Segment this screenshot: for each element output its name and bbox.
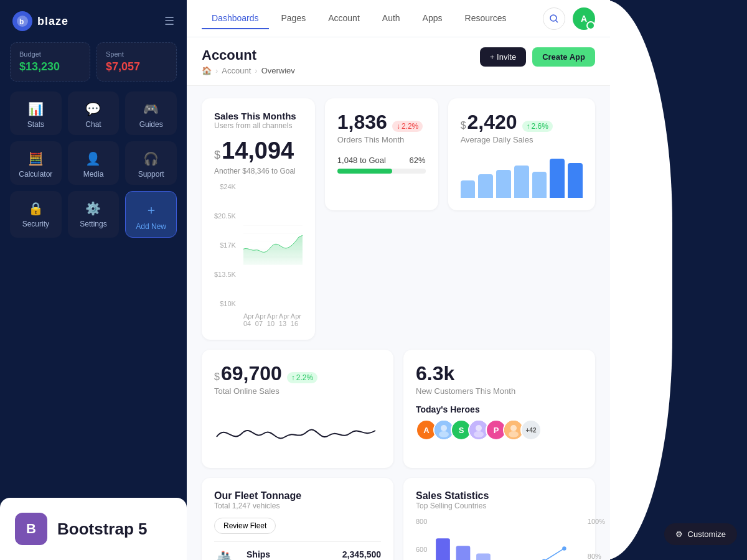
y-600: 600 (416, 546, 427, 553)
online-sales-row: $ 69,700 ↑ 2.2% (214, 362, 381, 385)
wavy-chart (214, 406, 381, 455)
page-title: Account (202, 47, 295, 63)
x-label-3: Apr 10 (267, 312, 279, 327)
second-row: $ 69,700 ↑ 2.2% Total Online Sales (202, 350, 595, 468)
add-new-icon: ＋ (145, 202, 157, 218)
bar-6 (550, 159, 565, 198)
svg-rect-20 (476, 554, 491, 560)
stats-y-labels: 800 600 400 200 (416, 518, 427, 560)
breadcrumb-account: Account (222, 66, 251, 75)
sales-amount: 14,094 (222, 138, 294, 164)
customize-button[interactable]: ⚙ Customize (664, 523, 737, 545)
nav-account[interactable]: Account (318, 8, 370, 29)
y-label-5: $10K (214, 300, 236, 307)
daily-sales-change: ↑ 2.6% (522, 121, 553, 132)
page-actions: + Invite Create App (480, 47, 595, 67)
breadcrumb: 🏠 › Account › Overwiev (202, 66, 295, 75)
right-panel: ⚙ Customize (610, 0, 747, 560)
security-icon: 🔒 (28, 201, 44, 216)
logo-icon: b (12, 11, 32, 31)
main-content: Dashboards Pages Account Auth Apps Resou… (187, 0, 610, 560)
sidebar-item-settings[interactable]: ⚙️ Settings (68, 191, 120, 238)
orders-label: Orders This Month (337, 135, 426, 144)
review-fleet-button[interactable]: Review Fleet (214, 518, 276, 534)
progress-label: 1,048 to Goal 62% (337, 156, 426, 165)
sidebar-item-label: Guides (139, 120, 163, 129)
ships-name: Ships (247, 549, 280, 559)
svg-rect-19 (456, 546, 471, 560)
sidebar-item-add-new[interactable]: ＋ Add New (125, 191, 177, 238)
sidebar-item-support[interactable]: 🎧 Support (125, 141, 177, 185)
goal-pct: 62% (410, 156, 426, 165)
pct-100: 100% (588, 518, 605, 525)
goal-text: 1,048 to Goal (337, 156, 386, 165)
heroes-title: Today's Heroes (416, 404, 583, 414)
sidebar-item-calculator[interactable]: 🧮 Calculator (10, 141, 62, 185)
hero-count: +42 (520, 419, 542, 441)
sidebar-item-label: Stats (27, 120, 44, 129)
nav-dashboards[interactable]: Dashboards (202, 8, 269, 29)
sidebar-item-media[interactable]: 👤 Media (68, 141, 120, 185)
fleet-card: Our Fleet Tonnage Total 1,247 vehicles R… (202, 478, 393, 560)
nav-pages[interactable]: Pages (271, 8, 316, 29)
y-800: 800 (416, 518, 427, 525)
user-avatar-button[interactable]: A (573, 7, 595, 30)
orders-value: 1,836 (337, 111, 387, 134)
sales-amount-row: $ 14,094 (214, 138, 303, 164)
svg-rect-18 (436, 538, 450, 560)
nav-auth[interactable]: Auth (372, 8, 410, 29)
heroes-avatars: A S P +42 (416, 419, 583, 441)
orders-change-pct: 2.2% (402, 122, 418, 131)
daily-sales-pct: 2.6% (532, 122, 548, 131)
sidebar-item-stats[interactable]: 📊 Stats (10, 91, 62, 135)
svg-point-13 (476, 425, 482, 431)
svg-point-14 (474, 431, 484, 437)
menu-icon[interactable]: ☰ (164, 14, 174, 28)
y-label-4: $13.5K (214, 271, 236, 278)
sidebar-item-label: Add New (136, 222, 166, 231)
customers-label: New Customers This Month (416, 386, 583, 396)
customers-value-row: 6.3k (416, 362, 583, 385)
sidebar-item-security[interactable]: 🔒 Security (10, 191, 62, 238)
sales-line-chart (243, 183, 303, 307)
svg-point-17 (509, 431, 519, 437)
sidebar-item-label: Settings (80, 220, 106, 228)
sales-prefix: $ (214, 149, 220, 162)
online-sales-prefix: $ (214, 371, 220, 383)
bootstrap-card: B Bootstrap 5 (0, 498, 187, 560)
customize-label: Customize (688, 530, 726, 539)
x-label-2: Apr 07 (255, 312, 267, 327)
budget-cards: Budget $13,230 Spent $7,057 (0, 42, 187, 91)
budget-value: $13,230 (19, 60, 81, 73)
create-app-button[interactable]: Create App (532, 47, 595, 67)
x-label-5: Apr 16 (291, 312, 303, 327)
search-icon (549, 14, 559, 24)
sidebar-item-guides[interactable]: 🎮 Guides (125, 91, 177, 135)
svg-point-2 (550, 15, 557, 21)
customize-icon: ⚙ (675, 530, 683, 539)
search-button[interactable] (543, 7, 565, 30)
sales-stats-title: Sales Statistics (416, 490, 583, 502)
online-sales-label: Total Online Sales (214, 386, 381, 396)
breadcrumb-sep1: › (215, 66, 218, 75)
chat-icon: 💬 (85, 101, 101, 116)
nav-resources[interactable]: Resources (455, 8, 517, 29)
sales-stats-card: Sales Statistics Top Selling Countries 8… (403, 478, 595, 560)
ships-icon: 🚢 (214, 550, 239, 560)
app-name: blaze (37, 15, 68, 28)
spent-value: $7,057 (106, 60, 167, 73)
customers-value: 6.3k (416, 362, 454, 385)
budget-card: Budget $13,230 (10, 42, 90, 82)
daily-sales-card: $ 2,420 ↑ 2.6% Average Daily Sales (448, 98, 595, 210)
sales-month-card: Sales This Months Users from all channel… (202, 98, 315, 340)
ships-value: 2,345,500 Tons (342, 549, 381, 560)
bar-chart (461, 154, 583, 198)
fleet-title: Our Fleet Tonnage (214, 490, 381, 502)
settings-icon: ⚙️ (85, 201, 101, 216)
page-header-left: Account 🏠 › Account › Overwiev (202, 47, 295, 75)
sidebar-item-chat[interactable]: 💬 Chat (68, 91, 120, 135)
invite-button[interactable]: + Invite (480, 47, 526, 67)
nav-apps[interactable]: Apps (413, 8, 453, 29)
sales-month-sub: Users from all channels (214, 121, 303, 130)
fleet-row-ships: 🚢 Ships 234 Ships 2,345,500 Tons (214, 541, 381, 560)
